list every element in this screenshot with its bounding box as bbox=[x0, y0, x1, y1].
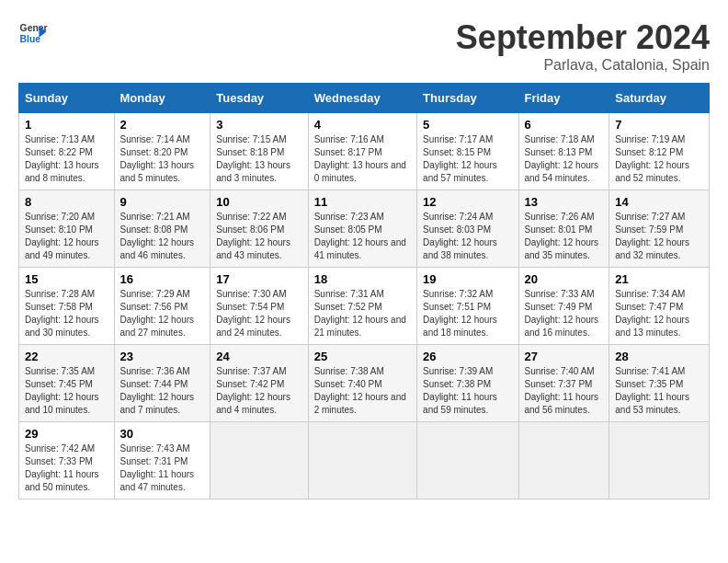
day-info: Sunrise: 7:42 AM Sunset: 7:33 PM Dayligh… bbox=[25, 442, 108, 494]
day-header-monday: Monday bbox=[114, 84, 210, 113]
day-number: 7 bbox=[615, 118, 703, 132]
calendar-cell: 27 Sunrise: 7:40 AM Sunset: 7:37 PM Dayl… bbox=[518, 345, 609, 422]
day-info: Sunrise: 7:17 AM Sunset: 8:15 PM Dayligh… bbox=[423, 133, 512, 185]
day-number: 22 bbox=[25, 350, 108, 363]
calendar-cell: 14 Sunrise: 7:27 AM Sunset: 7:59 PM Dayl… bbox=[609, 190, 710, 268]
day-info: Sunrise: 7:34 AM Sunset: 7:47 PM Dayligh… bbox=[615, 288, 703, 339]
day-info: Sunrise: 7:19 AM Sunset: 8:12 PM Dayligh… bbox=[615, 133, 703, 185]
day-info: Sunrise: 7:36 AM Sunset: 7:44 PM Dayligh… bbox=[120, 365, 205, 417]
day-header-friday: Friday bbox=[518, 84, 609, 113]
day-info: Sunrise: 7:41 AM Sunset: 7:35 PM Dayligh… bbox=[615, 365, 703, 417]
calendar-cell: 18 Sunrise: 7:31 AM Sunset: 7:52 PM Dayl… bbox=[308, 268, 416, 345]
day-number: 12 bbox=[423, 195, 512, 209]
day-info: Sunrise: 7:16 AM Sunset: 8:17 PM Dayligh… bbox=[314, 133, 411, 185]
calendar-week-1: 1 Sunrise: 7:13 AM Sunset: 8:22 PM Dayli… bbox=[19, 113, 710, 190]
day-header-saturday: Saturday bbox=[609, 84, 710, 113]
day-info: Sunrise: 7:29 AM Sunset: 7:56 PM Dayligh… bbox=[120, 288, 205, 339]
calendar-cell: 13 Sunrise: 7:26 AM Sunset: 8:01 PM Dayl… bbox=[518, 190, 609, 268]
day-number: 18 bbox=[314, 272, 411, 286]
day-info: Sunrise: 7:39 AM Sunset: 7:38 PM Dayligh… bbox=[423, 365, 512, 417]
day-number: 19 bbox=[423, 272, 512, 286]
day-info: Sunrise: 7:22 AM Sunset: 8:06 PM Dayligh… bbox=[216, 211, 301, 262]
day-info: Sunrise: 7:27 AM Sunset: 7:59 PM Dayligh… bbox=[615, 211, 703, 262]
day-number: 10 bbox=[216, 195, 301, 209]
day-info: Sunrise: 7:14 AM Sunset: 8:20 PM Dayligh… bbox=[120, 133, 205, 185]
day-number: 29 bbox=[25, 427, 108, 441]
day-number: 2 bbox=[120, 118, 205, 132]
day-number: 17 bbox=[216, 272, 301, 286]
calendar-cell: 21 Sunrise: 7:34 AM Sunset: 7:47 PM Dayl… bbox=[609, 268, 710, 345]
calendar-cell: 30 Sunrise: 7:43 AM Sunset: 7:31 PM Dayl… bbox=[114, 422, 210, 500]
day-number: 6 bbox=[525, 118, 604, 132]
day-info: Sunrise: 7:23 AM Sunset: 8:05 PM Dayligh… bbox=[314, 211, 411, 262]
day-info: Sunrise: 7:15 AM Sunset: 8:18 PM Dayligh… bbox=[216, 133, 301, 185]
header-row: SundayMondayTuesdayWednesdayThursdayFrid… bbox=[19, 84, 710, 113]
calendar-cell: 25 Sunrise: 7:38 AM Sunset: 7:40 PM Dayl… bbox=[308, 345, 416, 422]
calendar-cell bbox=[518, 422, 609, 500]
calendar-cell: 15 Sunrise: 7:28 AM Sunset: 7:58 PM Dayl… bbox=[19, 268, 115, 345]
calendar-cell: 3 Sunrise: 7:15 AM Sunset: 8:18 PM Dayli… bbox=[210, 113, 308, 190]
calendar-cell bbox=[210, 422, 308, 500]
day-number: 26 bbox=[423, 350, 512, 363]
calendar-cell: 28 Sunrise: 7:41 AM Sunset: 7:35 PM Dayl… bbox=[609, 345, 710, 422]
day-number: 9 bbox=[120, 195, 205, 209]
logo-icon: General Blue bbox=[18, 18, 48, 48]
calendar-table: SundayMondayTuesdayWednesdayThursdayFrid… bbox=[18, 83, 710, 500]
day-number: 5 bbox=[423, 118, 512, 132]
day-number: 3 bbox=[216, 118, 301, 132]
day-number: 13 bbox=[525, 195, 604, 209]
calendar-cell bbox=[609, 422, 710, 500]
day-number: 24 bbox=[216, 350, 301, 363]
day-header-wednesday: Wednesday bbox=[308, 84, 416, 113]
calendar-week-3: 15 Sunrise: 7:28 AM Sunset: 7:58 PM Dayl… bbox=[19, 268, 710, 345]
calendar-cell: 19 Sunrise: 7:32 AM Sunset: 7:51 PM Dayl… bbox=[417, 268, 518, 345]
calendar-cell: 11 Sunrise: 7:23 AM Sunset: 8:05 PM Dayl… bbox=[308, 190, 416, 268]
day-info: Sunrise: 7:20 AM Sunset: 8:10 PM Dayligh… bbox=[25, 211, 108, 262]
calendar-cell: 17 Sunrise: 7:30 AM Sunset: 7:54 PM Dayl… bbox=[210, 268, 308, 345]
calendar-cell: 16 Sunrise: 7:29 AM Sunset: 7:56 PM Dayl… bbox=[114, 268, 210, 345]
day-header-tuesday: Tuesday bbox=[210, 84, 308, 113]
day-number: 23 bbox=[120, 350, 205, 363]
calendar-cell: 2 Sunrise: 7:14 AM Sunset: 8:20 PM Dayli… bbox=[114, 113, 210, 190]
calendar-cell: 22 Sunrise: 7:35 AM Sunset: 7:45 PM Dayl… bbox=[19, 345, 115, 422]
calendar-cell: 12 Sunrise: 7:24 AM Sunset: 8:03 PM Dayl… bbox=[417, 190, 518, 268]
day-info: Sunrise: 7:35 AM Sunset: 7:45 PM Dayligh… bbox=[25, 365, 108, 417]
day-header-thursday: Thursday bbox=[417, 84, 518, 113]
day-info: Sunrise: 7:37 AM Sunset: 7:42 PM Dayligh… bbox=[216, 365, 301, 417]
day-info: Sunrise: 7:13 AM Sunset: 8:22 PM Dayligh… bbox=[25, 133, 108, 185]
day-number: 11 bbox=[314, 195, 411, 209]
day-info: Sunrise: 7:33 AM Sunset: 7:49 PM Dayligh… bbox=[525, 288, 604, 339]
calendar-cell: 8 Sunrise: 7:20 AM Sunset: 8:10 PM Dayli… bbox=[19, 190, 115, 268]
day-number: 4 bbox=[314, 118, 411, 132]
day-info: Sunrise: 7:24 AM Sunset: 8:03 PM Dayligh… bbox=[423, 211, 512, 262]
day-number: 27 bbox=[525, 350, 604, 363]
svg-text:Blue: Blue bbox=[20, 34, 41, 44]
day-number: 8 bbox=[25, 195, 108, 209]
day-number: 30 bbox=[120, 427, 205, 441]
calendar-week-4: 22 Sunrise: 7:35 AM Sunset: 7:45 PM Dayl… bbox=[19, 345, 710, 422]
calendar-cell: 23 Sunrise: 7:36 AM Sunset: 7:44 PM Dayl… bbox=[114, 345, 210, 422]
day-info: Sunrise: 7:32 AM Sunset: 7:51 PM Dayligh… bbox=[423, 288, 512, 339]
calendar-week-5: 29 Sunrise: 7:42 AM Sunset: 7:33 PM Dayl… bbox=[19, 422, 710, 500]
day-number: 28 bbox=[615, 350, 703, 363]
day-number: 16 bbox=[120, 272, 205, 286]
calendar-cell: 5 Sunrise: 7:17 AM Sunset: 8:15 PM Dayli… bbox=[417, 113, 518, 190]
day-info: Sunrise: 7:18 AM Sunset: 8:13 PM Dayligh… bbox=[525, 133, 604, 185]
day-number: 1 bbox=[25, 118, 108, 132]
day-header-sunday: Sunday bbox=[19, 84, 115, 113]
calendar-cell bbox=[417, 422, 518, 500]
day-info: Sunrise: 7:38 AM Sunset: 7:40 PM Dayligh… bbox=[314, 365, 411, 417]
day-info: Sunrise: 7:21 AM Sunset: 8:08 PM Dayligh… bbox=[120, 211, 205, 262]
day-number: 15 bbox=[25, 272, 108, 286]
page-header: General Blue September 2024 Parlava, Cat… bbox=[18, 18, 710, 74]
day-info: Sunrise: 7:40 AM Sunset: 7:37 PM Dayligh… bbox=[525, 365, 604, 417]
calendar-cell: 1 Sunrise: 7:13 AM Sunset: 8:22 PM Dayli… bbox=[19, 113, 115, 190]
day-info: Sunrise: 7:43 AM Sunset: 7:31 PM Dayligh… bbox=[120, 442, 205, 494]
day-number: 14 bbox=[615, 195, 703, 209]
calendar-subtitle: Parlava, Catalonia, Spain bbox=[456, 57, 710, 74]
logo: General Blue bbox=[18, 18, 48, 48]
day-info: Sunrise: 7:31 AM Sunset: 7:52 PM Dayligh… bbox=[314, 288, 411, 339]
calendar-cell: 24 Sunrise: 7:37 AM Sunset: 7:42 PM Dayl… bbox=[210, 345, 308, 422]
calendar-cell: 10 Sunrise: 7:22 AM Sunset: 8:06 PM Dayl… bbox=[210, 190, 308, 268]
calendar-cell: 20 Sunrise: 7:33 AM Sunset: 7:49 PM Dayl… bbox=[518, 268, 609, 345]
